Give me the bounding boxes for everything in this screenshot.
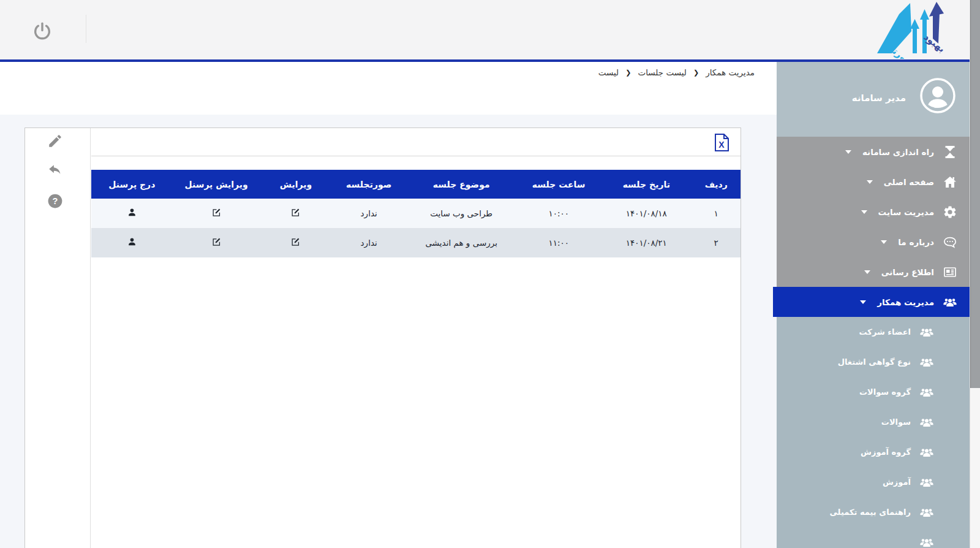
sidebar-item-system-setup[interactable]: راه اندازی سامانه: [777, 137, 970, 167]
edit-meeting-button[interactable]: [290, 237, 301, 247]
users-icon: [918, 414, 935, 431]
sidebar-subitem-training[interactable]: آموزش: [777, 467, 970, 497]
sidebar-item-colleague-management[interactable]: مدیریت همکار: [777, 287, 970, 317]
sidebar-item-label: درباره ما: [898, 237, 934, 247]
sidebar-subitem-training-groups[interactable]: گروه آموزش: [777, 437, 970, 467]
export-excel-button[interactable]: X: [714, 133, 730, 152]
sidebar-subitem-company-members[interactable]: اعضاء شرکت: [777, 317, 970, 347]
users-icon: [918, 324, 935, 341]
sidebar: مدیر سامانه راه اندازی سامانه صفحه اصلی: [777, 62, 970, 548]
table-row: ۱ ۱۴۰۱/۰۸/۱۸ ۱۰:۰۰ طراحی وب سایت ندارد: [91, 199, 741, 228]
undo-arrow-icon: [47, 162, 63, 178]
sidebar-subitem-employment-certificate-type[interactable]: نوع گواهی اشتغال: [777, 347, 970, 377]
sidebar-item-label: راه اندازی سامانه: [862, 147, 934, 157]
help-button[interactable]: ?: [47, 192, 64, 210]
content-card: ? X: [24, 127, 741, 548]
person-icon: [127, 237, 137, 247]
svg-text:?: ?: [53, 196, 58, 206]
users-icon: [918, 444, 935, 461]
chevron-down-icon: [864, 270, 870, 274]
sidebar-item-announcements[interactable]: اطلاع رسانی: [777, 257, 970, 287]
edit-icon: [211, 207, 222, 218]
sidebar-subitem-label: گروه سوالات: [859, 387, 911, 397]
power-icon: [32, 21, 53, 42]
page-scrollbar: [970, 0, 980, 548]
cell-meeting-subject: طراحی وب سایت: [406, 199, 516, 228]
chevron-down-icon: [861, 210, 867, 214]
home-icon: [941, 173, 959, 191]
chevron-down-icon: [881, 240, 887, 244]
sidebar-subitem-8[interactable]: [777, 527, 970, 548]
scrollbar-thumb[interactable]: [970, 0, 980, 388]
header-minutes: صورتجلسه: [331, 170, 406, 199]
users-icon: [918, 534, 935, 548]
sidebar-subitem-label: نوع گواهی اشتغال: [838, 357, 911, 367]
user-name: مدیر سامانه: [852, 93, 906, 104]
breadcrumb-item-2[interactable]: لیست جلسات: [638, 67, 686, 77]
sidebar-subitem-label: اعضاء شرکت: [859, 327, 911, 337]
question-mark-icon: ?: [47, 193, 63, 209]
breadcrumb-band: مدیریت همکار ❮ لیست جلسات ❮ لیست: [0, 62, 777, 115]
cell-row-number: ۲: [692, 228, 741, 257]
table-zone: X ردیف تاریخ جلسه ساعت جلسه موضوع جلسه: [91, 128, 741, 548]
sidebar-subitem-label: آموزش: [883, 478, 911, 487]
header-edit: ویرایش: [260, 170, 332, 199]
edit-meeting-button[interactable]: [290, 207, 301, 218]
cell-insert-personnel: [91, 199, 173, 228]
cell-minutes: ندارد: [331, 199, 406, 228]
app-root: بهبود پورتال مدیریت همکار ❮ لیست جلسات ❮…: [0, 0, 980, 548]
sidebar-item-label: اطلاع رسانی: [881, 267, 934, 277]
avatar-icon: [919, 77, 956, 114]
cell-meeting-subject: بررسی و هم اندیشی: [406, 228, 516, 257]
edit-personnel-button[interactable]: [211, 207, 222, 218]
edit-personnel-button[interactable]: [211, 237, 222, 247]
chat-bubble-icon: [941, 234, 959, 251]
sidebar-item-label: صفحه اصلی: [884, 177, 934, 187]
active-item-extension: [773, 287, 777, 317]
chevron-down-icon: [860, 300, 866, 304]
excel-file-icon: X: [714, 133, 730, 152]
sidebar-item-label: مدیریت سایت: [878, 207, 934, 217]
breadcrumb-separator-icon: ❮: [693, 69, 699, 77]
topbar-divider: [86, 15, 86, 43]
sidebar-subitem-question-groups[interactable]: گروه سوالات: [777, 377, 970, 407]
header-meeting-subject: موضوع جلسه: [406, 170, 516, 199]
edit-icon: [290, 207, 301, 218]
user-panel: مدیر سامانه: [777, 62, 970, 137]
users-icon: [918, 504, 935, 521]
cell-meeting-time: ۱۱:۰۰: [516, 228, 601, 257]
sidebar-subitem-questions[interactable]: سوالات: [777, 407, 970, 437]
sidebar-subitem-label: راهنمای بیمه تکمیلی: [829, 508, 911, 517]
sidebar-item-about-us[interactable]: درباره ما: [777, 227, 970, 257]
top-bar: بهبود پورتال: [0, 0, 980, 59]
header-insert-personnel: درج پرسنل: [91, 170, 173, 199]
insert-personnel-button[interactable]: [127, 237, 137, 247]
insert-personnel-button[interactable]: [127, 207, 137, 218]
person-icon: [127, 207, 137, 218]
cell-edit: [260, 199, 332, 228]
cell-minutes: ندارد: [331, 228, 406, 257]
back-button[interactable]: [47, 162, 64, 179]
sidebar-item-home[interactable]: صفحه اصلی: [777, 167, 970, 197]
breadcrumb-item-1[interactable]: مدیریت همکار: [706, 67, 755, 77]
sidebar-subitem-label: سوالات: [881, 417, 911, 427]
gear-icon: [941, 204, 959, 221]
breadcrumb: مدیریت همکار ❮ لیست جلسات ❮ لیست: [598, 67, 755, 77]
breadcrumb-separator-icon: ❮: [625, 69, 631, 77]
logout-power-button[interactable]: [32, 20, 54, 42]
header-row-number: ردیف: [692, 170, 741, 199]
header-meeting-time: ساعت جلسه: [516, 170, 601, 199]
table-spacer: [91, 156, 741, 170]
chevron-down-icon: [867, 180, 873, 184]
users-icon: [918, 384, 935, 401]
edit-icon: [211, 237, 222, 247]
breadcrumb-item-3[interactable]: لیست: [598, 67, 619, 77]
chevron-down-icon: [845, 150, 851, 154]
sidebar-item-site-management[interactable]: مدیریت سایت: [777, 197, 970, 227]
cell-insert-personnel: [91, 228, 173, 257]
table-toolbar: X: [91, 128, 741, 156]
cell-edit: [260, 228, 332, 257]
table-header-row: ردیف تاریخ جلسه ساعت جلسه موضوع جلسه صور…: [91, 170, 741, 199]
sidebar-subitem-supplementary-insurance-guide[interactable]: راهنمای بیمه تکمیلی: [777, 497, 970, 527]
edit-mode-button[interactable]: [47, 132, 64, 150]
